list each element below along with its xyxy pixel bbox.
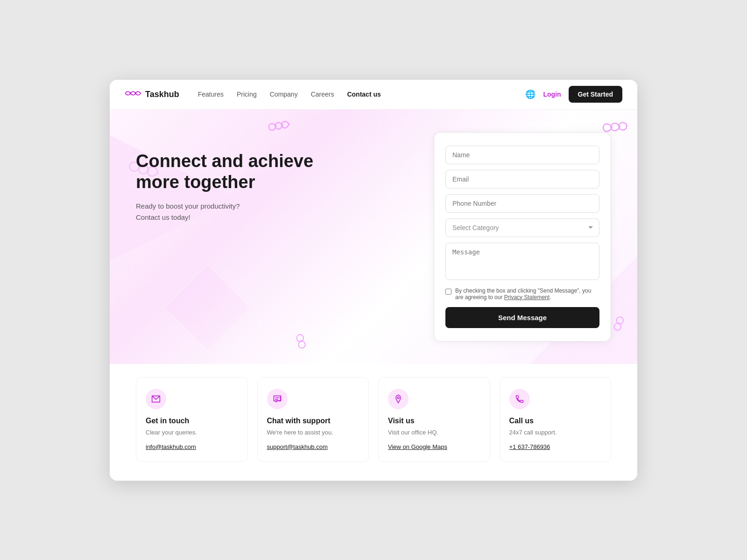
hero-content: Connect and achieve more together Ready … xyxy=(136,132,611,342)
card-title-email: Get in touch xyxy=(146,417,238,425)
card-link-visit[interactable]: View on Google Maps xyxy=(388,443,480,450)
phone-group xyxy=(445,194,599,213)
name-input[interactable] xyxy=(445,146,599,164)
contact-card-call: Call us 24x7 call support. +1 637-786936 xyxy=(500,377,612,462)
contact-form-card: Select Category General Support Billing … xyxy=(434,132,611,342)
card-title-call: Call us xyxy=(509,417,602,425)
phone-input[interactable] xyxy=(445,194,599,213)
nav-features[interactable]: Features xyxy=(198,91,224,98)
contact-cards: Get in touch Clear your queries. info@ta… xyxy=(110,364,637,481)
chat-icon xyxy=(273,394,282,404)
card-link-call[interactable]: +1 637-786936 xyxy=(509,443,602,450)
logo-text: Taskhub xyxy=(145,90,179,99)
location-icon xyxy=(394,394,403,404)
phone-icon xyxy=(515,394,524,404)
category-select[interactable]: Select Category General Support Billing xyxy=(445,218,599,237)
hero-section: Connect and achieve more together Ready … xyxy=(110,110,637,364)
hero-left: Connect and achieve more together Ready … xyxy=(136,132,332,223)
phone-icon-circle xyxy=(509,389,530,409)
card-link-chat[interactable]: support@taskhub.com xyxy=(267,443,359,450)
svg-line-8 xyxy=(619,322,619,323)
consent-checkbox[interactable] xyxy=(445,288,451,295)
hero-subtitle: Ready to boost your productivity?Contact… xyxy=(136,201,332,223)
globe-icon[interactable]: 🌐 xyxy=(525,89,536,99)
card-title-visit: Visit us xyxy=(388,417,480,425)
logo[interactable]: Taskhub xyxy=(125,89,179,99)
nav-careers[interactable]: Careers xyxy=(311,91,334,98)
nav-right: 🌐 Login Get Started xyxy=(525,86,622,103)
card-desc-chat: We're here to assist you. xyxy=(267,429,359,436)
consent-row: By checking the box and clicking "Send M… xyxy=(445,287,599,301)
chat-icon-circle xyxy=(267,389,288,409)
contact-card-visit: Visit us Visit our office HQ. View on Go… xyxy=(378,377,490,462)
svg-point-12 xyxy=(397,397,399,399)
card-link-email[interactable]: info@taskhub.com xyxy=(146,443,238,450)
contact-card-chat: Chat with support We're here to assist y… xyxy=(257,377,369,462)
card-title-chat: Chat with support xyxy=(267,417,359,425)
send-message-button[interactable]: Send Message xyxy=(445,307,599,328)
email-icon-circle xyxy=(146,389,166,409)
contact-card-email: Get in touch Clear your queries. info@ta… xyxy=(136,377,248,462)
card-desc-email: Clear your queries. xyxy=(146,429,238,436)
login-button[interactable]: Login xyxy=(543,91,561,98)
logo-icon xyxy=(125,89,141,99)
deco-chain-bottom-right xyxy=(610,313,627,337)
browser-window: Taskhub Features Pricing Company Careers… xyxy=(110,80,637,481)
message-textarea[interactable] xyxy=(445,243,599,280)
card-desc-visit: Visit our office HQ. xyxy=(388,429,480,436)
category-group: Select Category General Support Billing xyxy=(445,218,599,237)
name-group xyxy=(445,146,599,164)
consent-label: By checking the box and clicking "Send M… xyxy=(455,287,599,301)
nav-links: Features Pricing Company Careers Contact… xyxy=(198,90,381,98)
nav-company[interactable]: Company xyxy=(270,91,298,98)
location-icon-circle xyxy=(388,389,409,409)
email-icon xyxy=(151,394,161,404)
hero-title: Connect and achieve more together xyxy=(136,151,332,193)
nav-contact[interactable]: Contact us xyxy=(347,91,381,98)
nav-pricing[interactable]: Pricing xyxy=(237,91,257,98)
email-group xyxy=(445,170,599,189)
navbar: Taskhub Features Pricing Company Careers… xyxy=(110,80,637,110)
message-group xyxy=(445,243,599,282)
privacy-link[interactable]: Privacy Statement xyxy=(504,294,550,301)
get-started-button[interactable]: Get Started xyxy=(569,86,622,103)
email-input[interactable] xyxy=(445,170,599,189)
card-desc-call: 24x7 call support. xyxy=(509,429,602,436)
